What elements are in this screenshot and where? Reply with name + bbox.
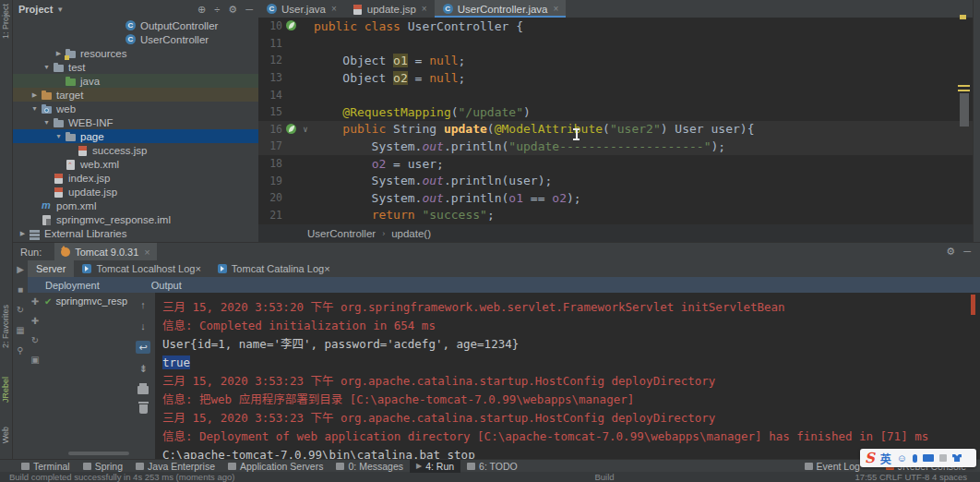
tree-item-outputcontroller[interactable]: OutputController bbox=[13, 18, 258, 32]
keyboard-icon[interactable] bbox=[923, 454, 934, 462]
code-line-21[interactable]: 21 return "success"; bbox=[258, 207, 973, 224]
tree-item-target[interactable]: ▶target bbox=[13, 88, 258, 102]
horizontal-scrollbar[interactable] bbox=[68, 452, 129, 455]
ime-mode-english[interactable]: 英 bbox=[880, 451, 891, 466]
refresh-icon[interactable]: ↻ bbox=[31, 335, 39, 345]
close-tab-icon[interactable]: × bbox=[195, 263, 200, 274]
ime-toolbar[interactable]: S 英 ☺ bbox=[860, 449, 976, 467]
tree-item-update-jsp[interactable]: update.jsp bbox=[13, 185, 258, 199]
soft-wrap-icon[interactable]: ↩ bbox=[136, 341, 150, 354]
code-line-18[interactable]: 18 o2 = user; bbox=[258, 155, 973, 173]
tree-item-resources[interactable]: ▶resources bbox=[13, 46, 258, 60]
settings-icon[interactable]: ⚙ bbox=[228, 4, 237, 15]
deploy-icon[interactable]: ▣ bbox=[30, 355, 39, 365]
code-line-19[interactable]: 19 System.out.println(user); bbox=[258, 172, 973, 189]
rerun-icon[interactable]: ▶ bbox=[17, 264, 24, 274]
server-tab-server[interactable]: Server bbox=[28, 260, 74, 277]
tool-button-event-log[interactable]: Event Log bbox=[798, 460, 866, 473]
tool-button-jrebel[interactable]: JRebel bbox=[1, 377, 10, 403]
code-line-10[interactable]: 10public class UserController { bbox=[258, 18, 973, 35]
run-configuration-tab[interactable]: Tomcat 9.0.31 × bbox=[54, 243, 157, 260]
code-editor[interactable]: 10public class UserController {1112 Obje… bbox=[258, 18, 973, 224]
tree-toggle-icon[interactable]: ▼ bbox=[41, 119, 53, 126]
code-line-17[interactable]: 17 System.out.println("update-----------… bbox=[258, 138, 973, 155]
settings-icon[interactable]: ⚙ bbox=[946, 246, 955, 257]
console-icon[interactable]: ▦ bbox=[16, 325, 24, 335]
tree-item-external-libraries[interactable]: ▶External Libraries bbox=[13, 226, 258, 240]
tree-item-web[interactable]: ▼web bbox=[13, 102, 258, 115]
tool-button-4-run[interactable]: ▶4: Run bbox=[410, 460, 460, 473]
editor-tab-update-jsp[interactable]: update.jsp× bbox=[344, 0, 435, 18]
sogou-logo-icon[interactable]: S bbox=[865, 450, 875, 466]
tree-item-index-jsp[interactable]: index.jsp bbox=[13, 171, 258, 185]
tree-item-springmvc-response-iml[interactable]: springmvc_response.iml bbox=[13, 212, 258, 226]
undeploy-icon[interactable]: ✚ bbox=[31, 316, 39, 326]
tree-item-success-jsp[interactable]: success.jsp bbox=[13, 143, 258, 157]
tree-item-page[interactable]: ▼page bbox=[13, 129, 258, 143]
down-stack-icon[interactable]: ↓ bbox=[136, 319, 150, 332]
code-line-16[interactable]: 16∨ public String update(@ModelAttribute… bbox=[258, 121, 973, 139]
print-icon[interactable] bbox=[137, 386, 149, 394]
tool-button-favorites[interactable]: 2: Favorites bbox=[1, 305, 10, 348]
deploy-all-icon[interactable]: ✚ bbox=[31, 296, 39, 307]
deployment-item[interactable]: ✔ springmvc_resp bbox=[42, 295, 131, 307]
close-tab-icon[interactable]: × bbox=[554, 4, 559, 14]
tool-button-0-messages[interactable]: 0: Messages bbox=[329, 460, 410, 473]
fold-arrow-icon[interactable]: ∨ bbox=[299, 125, 312, 134]
tree-toggle-icon[interactable]: ▼ bbox=[29, 105, 41, 112]
tree-item-java[interactable]: java bbox=[13, 74, 258, 88]
hide-icon[interactable]: ─ bbox=[245, 4, 253, 15]
hide-icon[interactable]: ─ bbox=[963, 246, 971, 257]
smiley-icon[interactable]: ☺ bbox=[897, 452, 907, 464]
tool-button-java-enterprise[interactable]: Java Enterprise bbox=[129, 460, 221, 473]
close-tab-icon[interactable]: × bbox=[331, 4, 337, 14]
handwriting-icon[interactable] bbox=[939, 454, 947, 462]
console-output[interactable]: 三月 15, 2020 3:53:20 下午 org.springframewo… bbox=[155, 293, 967, 459]
locate-icon[interactable]: ⊕ bbox=[197, 4, 206, 15]
tree-item-web-inf[interactable]: ▼WEB-INF bbox=[13, 115, 258, 129]
scroll-to-end-icon[interactable]: ⇟ bbox=[136, 362, 150, 375]
code-line-13[interactable]: 13 Object o2 = null; bbox=[258, 69, 973, 87]
stop-icon[interactable]: ■ bbox=[18, 284, 23, 295]
close-icon[interactable]: × bbox=[144, 247, 149, 258]
editor-tab-user-java[interactable]: User.java× bbox=[258, 0, 344, 18]
code-line-14[interactable]: 14 bbox=[258, 86, 973, 103]
tree-item-web-xml[interactable]: web.xml bbox=[13, 157, 258, 171]
tree-toggle-icon[interactable]: ▼ bbox=[53, 133, 65, 139]
editor-tab-usercontroller-java[interactable]: UserController.java× bbox=[435, 0, 567, 18]
clear-icon[interactable] bbox=[139, 404, 148, 414]
pin-icon[interactable]: ⚲ bbox=[17, 345, 23, 355]
collapse-all-icon[interactable]: ÷ bbox=[214, 4, 220, 15]
breadcrumb-method[interactable]: update() bbox=[391, 228, 431, 239]
tree-toggle-icon[interactable]: ▶ bbox=[29, 91, 41, 99]
tool-button-6-todo[interactable]: 6: TODO bbox=[460, 460, 524, 473]
server-tab-tomcat-catalina-log[interactable]: Tomcat Catalina Log × bbox=[209, 260, 339, 277]
scrollbar-thumb[interactable] bbox=[960, 93, 969, 127]
tool-button-web[interactable]: Web bbox=[1, 427, 10, 443]
code-line-11[interactable]: 11 bbox=[258, 35, 973, 53]
server-tab-tomcat-localhost-log[interactable]: Tomcat Localhost Log × bbox=[74, 260, 209, 277]
restart-icon[interactable]: ↻ bbox=[17, 305, 24, 315]
microphone-icon[interactable] bbox=[913, 454, 917, 463]
tree-toggle-icon[interactable]: ▶ bbox=[17, 230, 29, 237]
breadcrumb-class[interactable]: UserController bbox=[307, 228, 376, 239]
tool-button-application-servers[interactable]: Application Servers bbox=[221, 460, 329, 473]
tree-toggle-icon[interactable]: ▶ bbox=[53, 50, 65, 57]
tree-item-usercontroller[interactable]: UserController bbox=[13, 32, 258, 46]
tool-button-project[interactable]: 1: Project bbox=[1, 4, 10, 39]
up-stack-icon[interactable]: ↑ bbox=[136, 298, 150, 311]
close-tab-icon[interactable]: × bbox=[422, 4, 427, 14]
console-scrollbar[interactable] bbox=[967, 293, 980, 459]
close-tab-icon[interactable]: × bbox=[324, 263, 329, 274]
chevron-down-icon[interactable]: ▼ bbox=[56, 6, 64, 14]
spring-bean-gutter-icon[interactable] bbox=[285, 19, 299, 32]
code-line-12[interactable]: 12 Object o1 = null; bbox=[258, 52, 973, 69]
skin-icon[interactable] bbox=[952, 454, 962, 462]
tree-item-pom-xml[interactable]: pom.xml bbox=[13, 199, 258, 212]
spring-bean-gutter-icon[interactable] bbox=[285, 123, 299, 136]
tree-toggle-icon[interactable]: ▼ bbox=[41, 64, 53, 70]
tree-item-test[interactable]: ▼test bbox=[13, 60, 258, 74]
tool-button-spring[interactable]: Spring bbox=[77, 460, 129, 473]
project-panel-title[interactable]: Project bbox=[18, 4, 53, 15]
tool-button-terminal[interactable]: Terminal bbox=[15, 460, 77, 473]
